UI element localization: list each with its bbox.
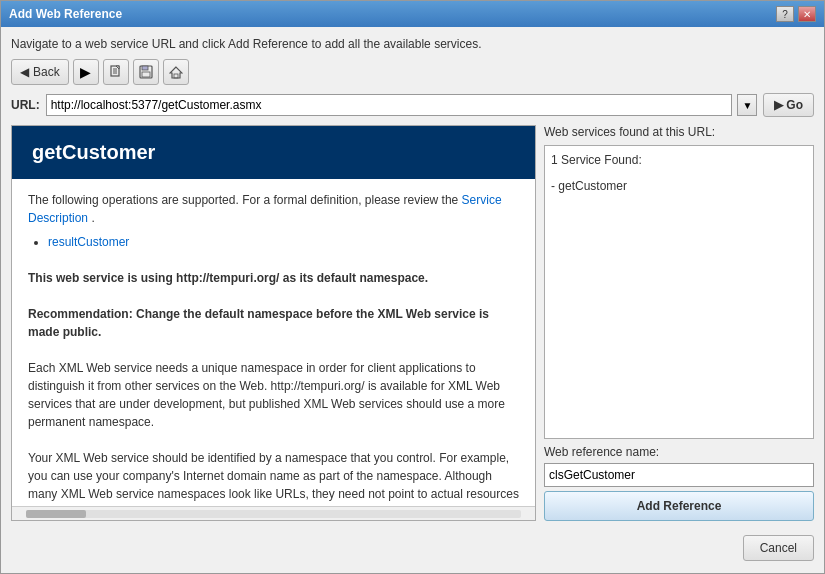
horizontal-scrollbar[interactable] (12, 506, 535, 520)
back-icon: ◀ (20, 65, 29, 79)
service-header: getCustomer (12, 126, 535, 179)
services-list: 1 Service Found: - getCustomer (544, 145, 814, 439)
home-icon (169, 65, 183, 79)
window-title: Add Web Reference (9, 7, 122, 21)
recommendation-body: Each XML Web service needs a unique name… (28, 359, 519, 431)
save-icon (139, 65, 153, 79)
title-bar-buttons: ? ✕ (776, 6, 816, 22)
bottom-bar: Cancel (11, 529, 814, 563)
services-list-content: 1 Service Found: - getCustomer (551, 150, 807, 197)
services-found-label: 1 Service Found: (551, 150, 807, 172)
forward-icon: ▶ (80, 64, 91, 80)
go-icon: ▶ (774, 98, 783, 112)
help-button[interactable]: ? (776, 6, 794, 22)
ref-name-label: Web reference name: (544, 445, 814, 459)
window-content: Navigate to a web service URL and click … (1, 27, 824, 573)
left-panel: getCustomer The following operations are… (11, 125, 536, 521)
svg-rect-7 (142, 72, 150, 77)
page-button[interactable] (103, 59, 129, 85)
toolbar: ◀ Back ▶ (11, 59, 814, 85)
go-label: Go (786, 98, 803, 112)
scroll-track (26, 510, 521, 518)
operations-list: resultCustomer (48, 233, 519, 251)
save-button[interactable] (133, 59, 159, 85)
forward-button[interactable]: ▶ (73, 59, 99, 85)
main-area: getCustomer The following operations are… (11, 125, 814, 521)
url-bar: URL: ▼ ▶ Go (11, 93, 814, 117)
service-description-text: The following operations are supported. … (28, 191, 519, 227)
go-button[interactable]: ▶ Go (763, 93, 814, 117)
svg-rect-6 (142, 66, 148, 70)
add-web-reference-window: Add Web Reference ? ✕ Navigate to a web … (0, 0, 825, 574)
namespace-text: This web service is using http://tempuri… (28, 269, 519, 287)
cancel-button[interactable]: Cancel (743, 535, 814, 561)
back-label: Back (33, 65, 60, 79)
recommendation-title: Recommendation: Change the default names… (28, 305, 519, 341)
services-header: Web services found at this URL: (544, 125, 814, 139)
url-label: URL: (11, 98, 40, 112)
title-bar: Add Web Reference ? ✕ (1, 1, 824, 27)
ref-name-section: Web reference name: Add Reference (544, 445, 814, 521)
close-button[interactable]: ✕ (798, 6, 816, 22)
back-button[interactable]: ◀ Back (11, 59, 69, 85)
left-panel-content[interactable]: getCustomer The following operations are… (12, 126, 535, 506)
add-reference-button[interactable]: Add Reference (544, 491, 814, 521)
instruction-text: Navigate to a web service URL and click … (11, 37, 814, 51)
ref-name-input[interactable] (544, 463, 814, 487)
service-body: The following operations are supported. … (12, 179, 535, 506)
operation-link[interactable]: resultCustomer (48, 235, 129, 249)
home-button[interactable] (163, 59, 189, 85)
service-item: - getCustomer (551, 176, 807, 198)
svg-marker-8 (170, 67, 182, 78)
xml-namespace-text: Your XML Web service should be identifie… (28, 449, 519, 506)
scroll-thumb (26, 510, 86, 518)
right-panel: Web services found at this URL: 1 Servic… (544, 125, 814, 521)
page-icon (109, 65, 123, 79)
url-input[interactable] (46, 94, 733, 116)
url-dropdown-arrow[interactable]: ▼ (737, 94, 757, 116)
service-item-text: - getCustomer (551, 179, 627, 193)
